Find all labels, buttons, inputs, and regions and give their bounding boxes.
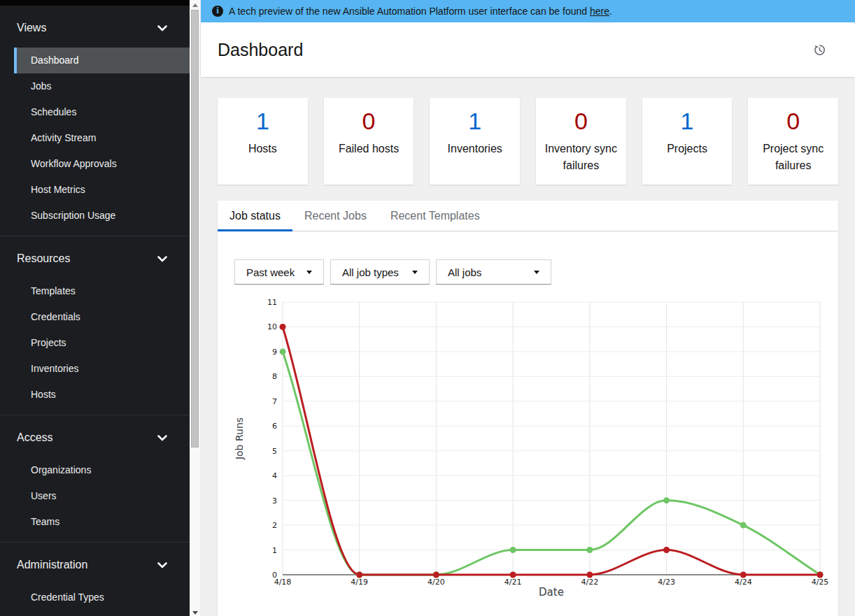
info-circle-icon [212, 6, 223, 17]
sidebar-item-inventories[interactable]: Inventories [14, 356, 190, 382]
svg-text:2: 2 [272, 521, 277, 530]
svg-text:8: 8 [272, 372, 277, 381]
card-failed-hosts[interactable]: 0 Failed hosts [324, 98, 414, 185]
card-label: Inventories [430, 141, 520, 157]
nav-section-title: Administration [17, 559, 87, 571]
job-type-select-value: All job types [342, 266, 399, 278]
sidebar-item-teams[interactable]: Teams [14, 509, 190, 535]
tab-job-status[interactable]: Job status [218, 201, 292, 231]
dashboard-tabs: Job status Recent Jobs Recent Templates [218, 201, 838, 231]
history-icon [813, 48, 826, 59]
card-count: 0 [748, 108, 838, 135]
tab-recent-jobs[interactable]: Recent Jobs [292, 201, 379, 231]
chevron-down-icon [157, 252, 167, 265]
chevron-down-icon [157, 559, 167, 571]
period-select-value: Past week [246, 266, 295, 278]
scroll-down-arrow-icon[interactable] [192, 611, 198, 615]
summary-cards-row: 1 Hosts 0 Failed hosts 1 Inventories 0 I… [201, 77, 855, 185]
svg-text:3: 3 [272, 496, 277, 506]
chevron-down-icon [157, 431, 167, 444]
svg-text:4/25: 4/25 [812, 578, 829, 587]
sidebar-item-users[interactable]: Users [14, 483, 190, 509]
svg-text:4/18: 4/18 [274, 578, 292, 587]
sidebar-item-subscription-usage[interactable]: Subscription Usage [14, 203, 190, 229]
svg-text:1: 1 [272, 546, 277, 555]
chart-filters: Past week All job types All jobs [218, 231, 838, 285]
tech-preview-banner: A tech preview of the new Ansible Automa… [201, 0, 855, 22]
svg-text:10: 10 [267, 322, 277, 331]
nav-section-title: Resources [17, 252, 70, 265]
scrollbar-thumb[interactable] [191, 10, 199, 447]
page-header: Dashboard [201, 22, 855, 77]
sidebar-item-workflow-approvals[interactable]: Workflow Approvals [14, 151, 190, 177]
card-count: 1 [642, 108, 733, 135]
card-count: 1 [218, 108, 308, 135]
series-line-0 [283, 352, 820, 575]
svg-text:4/24: 4/24 [735, 578, 752, 587]
card-projects[interactable]: 1 Projects [642, 98, 733, 185]
sidebar-item-organizations[interactable]: Organizations [14, 457, 190, 483]
card-label: Hosts [218, 141, 308, 157]
period-select[interactable]: Past week [234, 259, 324, 285]
sidebar-nav: Views Dashboard Jobs Schedules Activity … [0, 0, 190, 616]
card-count: 1 [430, 108, 520, 135]
chart-tick-labels: 012345678910114/184/194/204/214/224/234/… [267, 298, 828, 587]
sidebar-item-dashboard[interactable]: Dashboard [14, 48, 190, 73]
card-count: 0 [536, 108, 626, 135]
nav-section-toggle-access[interactable]: Access [0, 428, 190, 447]
nav-section-toggle-resources[interactable]: Resources [0, 249, 190, 268]
svg-text:4/20: 4/20 [428, 578, 445, 587]
sidebar-item-credentials[interactable]: Credentials [14, 304, 190, 330]
job-filter-select[interactable]: All jobs [436, 259, 551, 285]
svg-text:9: 9 [272, 348, 277, 357]
banner-text: A tech preview of the new Ansible Automa… [229, 6, 612, 17]
caret-down-icon [412, 271, 418, 277]
sidebar-item-credential-types[interactable]: Credential Types [14, 585, 190, 610]
sidebar-item-schedules[interactable]: Schedules [14, 99, 190, 125]
sidebar-item-templates[interactable]: Templates [14, 278, 190, 304]
x-axis-title: Date [539, 586, 564, 599]
sidebar-item-activity-stream[interactable]: Activity Stream [14, 125, 190, 151]
svg-text:5: 5 [272, 447, 277, 456]
card-inventories[interactable]: 1 Inventories [430, 98, 520, 185]
y-axis-title: Job Runs [234, 417, 245, 460]
sidebar-item-jobs[interactable]: Jobs [14, 73, 190, 99]
sidebar-item-hosts[interactable]: Hosts [14, 382, 190, 408]
nav-section-toggle-administration[interactable]: Administration [0, 555, 190, 575]
svg-text:7: 7 [272, 397, 277, 406]
card-label: Project sync failures [748, 141, 838, 174]
card-label: Failed hosts [324, 141, 414, 157]
svg-text:4: 4 [272, 471, 277, 480]
tab-recent-templates[interactable]: Recent Templates [379, 201, 492, 231]
here-link[interactable]: here [590, 6, 609, 17]
nav-section-title: Views [17, 22, 46, 34]
sidebar-item-projects[interactable]: Projects [14, 330, 190, 356]
job-status-panel: Job status Recent Jobs Recent Templates … [218, 201, 838, 616]
card-label: Inventory sync failures [536, 141, 626, 174]
svg-text:4/23: 4/23 [658, 578, 675, 587]
refresh-history-button[interactable] [813, 43, 826, 57]
card-count: 0 [324, 108, 414, 135]
sidebar-item-host-metrics[interactable]: Host Metrics [14, 177, 190, 203]
nav-section-toggle-views[interactable]: Views [0, 18, 190, 38]
job-status-chart-svg: 012345678910114/184/194/204/214/224/234/… [218, 294, 838, 616]
caret-down-icon [306, 271, 312, 277]
chart-grid [283, 302, 820, 575]
nav-section-resources: Resources Templates Credentials Projects… [0, 236, 190, 415]
card-label: Projects [642, 141, 733, 157]
job-type-select[interactable]: All job types [330, 259, 430, 285]
page-title: Dashboard [218, 40, 303, 60]
svg-text:6: 6 [272, 422, 277, 431]
card-hosts[interactable]: 1 Hosts [218, 98, 308, 185]
sidebar-top-strip [0, 0, 190, 6]
main-content: A tech preview of the new Ansible Automa… [201, 0, 855, 616]
card-project-sync-failures[interactable]: 0 Project sync failures [748, 98, 838, 185]
scroll-up-arrow-icon[interactable] [192, 3, 198, 7]
nav-section-access: Access Organizations Users Teams [0, 415, 190, 542]
svg-text:4/21: 4/21 [504, 578, 522, 587]
sidebar-scrollbar[interactable] [190, 0, 201, 616]
chevron-down-icon [157, 22, 167, 34]
card-inventory-sync-failures[interactable]: 0 Inventory sync failures [536, 98, 626, 185]
svg-text:4/22: 4/22 [581, 578, 599, 587]
series-dots-0 [280, 348, 824, 578]
